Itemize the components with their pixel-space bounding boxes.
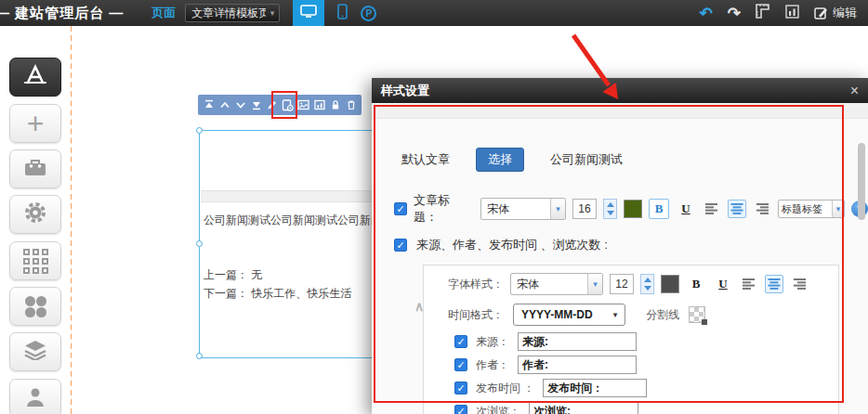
sidebar-settings-button[interactable] — [9, 195, 61, 234]
move-to-top-icon[interactable] — [203, 99, 215, 111]
monitor-icon — [300, 5, 317, 22]
stats-icon[interactable] — [785, 5, 799, 22]
move-down-icon[interactable] — [234, 99, 246, 111]
meta-font-row: 字体样式： 宋体 ▾ 12 B U — [448, 273, 809, 295]
style-settings-icon[interactable] — [282, 99, 294, 111]
divider-transparency-swatch[interactable] — [689, 306, 705, 323]
caret-down-icon: ▾ — [832, 201, 844, 217]
move-up-icon[interactable] — [218, 99, 230, 111]
title-align-left-button[interactable] — [703, 200, 721, 218]
close-icon[interactable]: × — [850, 84, 859, 98]
title-font-select[interactable]: 宋体 ▾ — [480, 198, 566, 220]
sidebar: + — [0, 26, 71, 414]
meta-font-select[interactable]: 宋体 ▾ — [510, 273, 603, 295]
dialog-scrollbar[interactable] — [858, 143, 865, 220]
layers-icon — [23, 340, 47, 364]
redo-icon[interactable]: ↷ — [728, 4, 741, 23]
step-down-icon[interactable] — [644, 286, 651, 291]
title-checkbox[interactable]: ✓ — [394, 202, 407, 215]
next-article-line: 下一篇： 快乐工作、快乐生活 — [204, 286, 351, 302]
undo-icon[interactable]: ↶ — [700, 4, 713, 23]
step-up-icon[interactable] — [607, 202, 614, 207]
author-input[interactable] — [518, 356, 637, 374]
element-toolbar — [198, 95, 362, 115]
meta-size-value[interactable]: 12 — [610, 274, 634, 294]
preview-link-button[interactable]: P — [361, 6, 376, 21]
title-bold-button[interactable]: B — [649, 199, 669, 219]
title-align-center-button[interactable] — [728, 200, 746, 218]
selection-handle[interactable] — [196, 127, 203, 134]
plus-icon: + — [27, 110, 45, 137]
dialog-titlebar[interactable]: 样式设置 × — [372, 78, 868, 103]
selection-handle[interactable] — [196, 353, 203, 359]
collapse-chevron-icon[interactable]: ∧ — [414, 299, 424, 314]
title-tag-select[interactable]: 标题标签 ▾ — [778, 200, 845, 218]
desktop-view-button[interactable] — [293, 0, 324, 26]
title-size-stepper[interactable] — [603, 199, 617, 219]
article-source-row: 默认文章 选择 公司新闻测试 — [401, 148, 623, 172]
meta-toggle-row: ✓ 来源、作者、发布时间 、浏览次数 : — [394, 237, 608, 253]
views-checkbox[interactable]: ✓ — [454, 405, 467, 414]
edit-button[interactable]: 编辑 — [814, 5, 857, 21]
dialog-body: 默认文章 选择 公司新闻测试 ✓ 文章标题： 宋体 ▾ 16 B U — [372, 103, 868, 414]
source-input[interactable] — [518, 332, 637, 351]
sidebar-components-button[interactable] — [9, 287, 61, 326]
meta-align-right-button[interactable] — [790, 275, 809, 293]
author-row: ✓ 作者： — [454, 356, 637, 374]
meta-underline-button[interactable]: U — [713, 274, 733, 294]
views-input[interactable] — [529, 402, 638, 414]
meta-checkbox[interactable]: ✓ — [394, 239, 407, 252]
topbar: — 建站管理后台 — 页面 文章详情模板页 ▾ P ↶ ↷ — [0, 0, 868, 26]
template-dropdown[interactable]: 文章详情模板页 ▾ — [185, 4, 280, 22]
source-checkbox[interactable]: ✓ — [454, 335, 467, 348]
user-icon — [24, 385, 46, 411]
sidebar-user-button[interactable] — [9, 379, 61, 414]
trash-icon[interactable] — [345, 99, 357, 111]
design-tools-icon — [22, 63, 48, 91]
default-article-label: 默认文章 — [401, 151, 450, 168]
source-row: ✓ 来源： — [454, 332, 637, 351]
sidebar-toolbox-button[interactable] — [9, 149, 61, 188]
lock-icon[interactable] — [329, 99, 341, 111]
sidebar-design-tools-button[interactable] — [9, 58, 61, 97]
ruler-icon[interactable] — [756, 4, 770, 22]
meta-align-center-button[interactable] — [765, 275, 783, 293]
next-value[interactable]: 快乐工作、快乐生活 — [251, 287, 351, 300]
selected-article-name: 公司新闻测试 — [550, 151, 623, 168]
select-article-button[interactable]: 选择 — [476, 148, 524, 172]
title-size-value[interactable]: 16 — [572, 199, 597, 219]
title-underline-button[interactable]: U — [676, 199, 696, 219]
selection-handle[interactable] — [196, 240, 203, 247]
link-icon: P — [361, 6, 376, 21]
grid-icon — [23, 249, 48, 274]
sidebar-layers-button[interactable] — [9, 332, 61, 371]
topbar-actions: ↶ ↷ 编辑 — [700, 4, 858, 23]
time-format-select[interactable]: YYYY-MM-DD ▾ — [513, 304, 625, 326]
publish-time-input[interactable] — [543, 379, 647, 397]
step-up-icon[interactable] — [644, 278, 651, 282]
meta-bold-button[interactable]: B — [686, 274, 706, 294]
title-align-right-button[interactable] — [753, 200, 771, 218]
sidebar-add-module-button[interactable]: + — [9, 104, 61, 143]
gear-icon — [23, 201, 47, 228]
divider-label: 分割线 — [646, 307, 679, 323]
meta-size-stepper[interactable] — [640, 274, 654, 294]
app-title: — 建站管理后台 — — [0, 5, 124, 22]
title-tag-value: 标题标签 — [779, 202, 832, 216]
title-color-swatch[interactable] — [624, 200, 642, 218]
meta-color-swatch[interactable] — [661, 275, 679, 293]
template-dropdown-value: 文章详情模板页 — [186, 6, 265, 21]
next-label: 下一篇： — [204, 287, 248, 300]
move-to-bottom-icon[interactable] — [250, 99, 262, 111]
edit-content-icon[interactable] — [266, 99, 278, 111]
mobile-view-button[interactable] — [337, 4, 348, 23]
page-menu[interactable]: 页面 — [151, 5, 176, 21]
step-down-icon[interactable] — [607, 211, 614, 215]
image-settings-icon[interactable] — [297, 99, 309, 111]
publish-time-checkbox[interactable]: ✓ — [454, 382, 467, 395]
sidebar-modules-button[interactable] — [9, 241, 61, 280]
chart-settings-icon[interactable] — [313, 99, 325, 111]
prev-value[interactable]: 无 — [251, 268, 262, 281]
meta-align-left-button[interactable] — [740, 275, 758, 293]
author-checkbox[interactable]: ✓ — [454, 358, 467, 371]
